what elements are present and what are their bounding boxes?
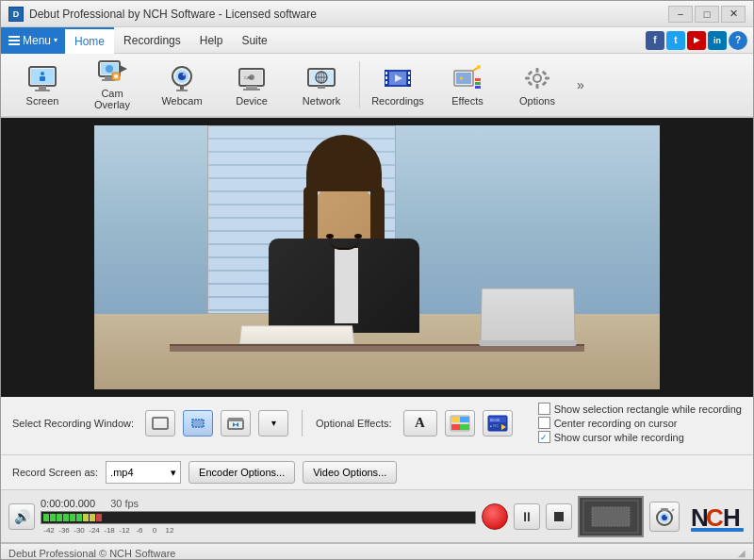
select-screen-btn[interactable] bbox=[145, 410, 175, 436]
pause-button[interactable]: ⏸ bbox=[514, 503, 540, 530]
svg-line-86 bbox=[672, 509, 674, 511]
toolbar-cam-overlay[interactable]: Cam Overlay bbox=[78, 58, 146, 112]
social-icons: f t ▶ in ? bbox=[646, 31, 747, 50]
controls-row1: Select Recording Window: ▾ Optio bbox=[12, 403, 742, 443]
menu-item-help[interactable]: Help bbox=[190, 27, 233, 54]
dropdown-arrow-btn[interactable]: ▾ bbox=[258, 410, 288, 436]
svg-rect-2 bbox=[39, 86, 46, 90]
toolbar-screen-label: Screen bbox=[26, 95, 59, 107]
record-button[interactable] bbox=[482, 503, 508, 530]
svg-rect-55 bbox=[536, 84, 539, 89]
status-bar: Debut Professional © NCH Software ◢ bbox=[1, 543, 753, 560]
text-effect-btn[interactable]: A bbox=[403, 410, 437, 436]
video-options-button[interactable]: Video Options... bbox=[303, 461, 397, 484]
toolbar-more[interactable]: » bbox=[573, 58, 588, 112]
facebook-icon[interactable]: f bbox=[646, 31, 664, 50]
svg-rect-57 bbox=[545, 77, 549, 80]
toolbar-options-label: Options bbox=[519, 95, 555, 107]
format-dropdown-arrow: ▾ bbox=[171, 467, 176, 479]
svg-rect-18 bbox=[180, 86, 184, 90]
encoder-options-button[interactable]: Encoder Options... bbox=[188, 461, 295, 484]
stop-button[interactable] bbox=[546, 503, 572, 530]
toolbar-options[interactable]: Options bbox=[503, 58, 571, 112]
svg-rect-23 bbox=[246, 86, 257, 89]
options-icon bbox=[522, 63, 552, 93]
select-region-btn[interactable] bbox=[183, 410, 213, 436]
camera-capture-button[interactable] bbox=[649, 502, 680, 532]
svg-text:H: H bbox=[723, 503, 741, 532]
video-area bbox=[1, 118, 753, 397]
checkbox-row-1: Show selection rectangle while recording bbox=[538, 403, 742, 415]
maximize-button[interactable]: □ bbox=[695, 6, 719, 23]
svg-text:✦: ✦ bbox=[458, 74, 465, 83]
youtube-icon[interactable]: ▶ bbox=[687, 31, 706, 50]
toolbar-webcam-label: Webcam bbox=[161, 95, 202, 107]
toolbar-separator-1 bbox=[359, 61, 360, 108]
format-value: .mp4 bbox=[110, 467, 133, 478]
volume-button[interactable]: 🔊 bbox=[8, 503, 35, 530]
show-selection-checkbox[interactable] bbox=[538, 403, 550, 415]
playback-bar: 🔊 0:00:00.000 30 fps bbox=[1, 490, 753, 543]
svg-point-13 bbox=[114, 74, 118, 78]
resize-handle[interactable]: ◢ bbox=[738, 548, 746, 558]
center-recording-label: Center recording on cursor bbox=[554, 418, 678, 429]
toolbar-webcam[interactable]: Webcam bbox=[148, 58, 216, 112]
select-window-btn[interactable] bbox=[221, 410, 251, 436]
color-effect-btn[interactable] bbox=[445, 410, 475, 436]
svg-rect-72 bbox=[460, 424, 469, 430]
menu-item-suite[interactable]: Suite bbox=[232, 27, 276, 54]
toolbar-effects[interactable]: ✦ Effects bbox=[434, 58, 501, 112]
linkedin-icon[interactable]: in bbox=[708, 31, 727, 50]
screen-icon bbox=[27, 63, 57, 93]
toolbar-network[interactable]: Network bbox=[287, 58, 355, 112]
svg-rect-32 bbox=[318, 86, 325, 89]
twitter-icon[interactable]: t bbox=[666, 31, 685, 50]
svg-rect-54 bbox=[536, 68, 539, 73]
center-recording-checkbox[interactable] bbox=[538, 417, 550, 429]
toolbar-recordings[interactable]: Recordings bbox=[364, 58, 432, 112]
timestamp-effect-btn[interactable]: 00:00 ▶ REC bbox=[483, 410, 513, 436]
fps-display: 30 fps bbox=[110, 498, 139, 509]
svg-rect-70 bbox=[460, 417, 469, 422]
menu-item-home[interactable]: Home bbox=[65, 27, 114, 54]
timeline-area: 0:00:00.000 30 fps -42 -36 -3 bbox=[41, 498, 476, 535]
toolbar-network-label: Network bbox=[303, 95, 340, 107]
controls-sep-1 bbox=[302, 410, 303, 436]
toolbar-device[interactable]: CAM Device bbox=[218, 58, 286, 112]
time-counter: 0:00:00.000 bbox=[41, 498, 95, 509]
controls-section: Select Recording Window: ▾ Optio bbox=[1, 397, 753, 455]
help-icon[interactable]: ? bbox=[729, 31, 747, 50]
show-cursor-checkbox[interactable]: ✓ bbox=[538, 431, 550, 443]
network-icon bbox=[306, 63, 336, 93]
svg-rect-60 bbox=[528, 81, 533, 87]
svg-rect-69 bbox=[451, 417, 460, 422]
svg-rect-71 bbox=[451, 424, 460, 430]
svg-rect-10 bbox=[105, 76, 112, 79]
record-screen-label: Record Screen as: bbox=[12, 467, 98, 478]
svg-rect-3 bbox=[35, 90, 50, 91]
nch-logo: N C H bbox=[689, 498, 746, 535]
close-button[interactable]: ✕ bbox=[721, 6, 746, 23]
toolbar-cam-overlay-label: Cam Overlay bbox=[83, 88, 141, 110]
svg-rect-50 bbox=[475, 82, 481, 85]
time-display: 0:00:00.000 30 fps bbox=[41, 498, 476, 509]
svg-rect-41 bbox=[408, 81, 410, 84]
video-preview bbox=[94, 125, 660, 389]
svg-rect-62 bbox=[153, 418, 168, 429]
device-icon: CAM bbox=[237, 63, 267, 93]
menu-item-recordings[interactable]: Recordings bbox=[114, 27, 190, 54]
svg-rect-49 bbox=[475, 78, 481, 81]
svg-marker-67 bbox=[236, 422, 238, 427]
svg-point-84 bbox=[665, 515, 667, 517]
svg-rect-39 bbox=[408, 72, 410, 74]
toolbar-screen[interactable]: Screen bbox=[8, 58, 76, 112]
menu-hamburger[interactable]: Menu ▾ bbox=[1, 27, 65, 54]
svg-rect-19 bbox=[176, 90, 188, 91]
video-scene bbox=[94, 125, 660, 389]
toolbar-recordings-label: Recordings bbox=[371, 95, 424, 107]
title-bar: D Debut Professional by NCH Software - L… bbox=[1, 1, 753, 27]
minimize-button[interactable]: − bbox=[668, 6, 693, 23]
svg-rect-5 bbox=[40, 76, 45, 81]
format-select[interactable]: .mp4 ▾ bbox=[106, 461, 181, 484]
svg-rect-63 bbox=[192, 420, 204, 427]
